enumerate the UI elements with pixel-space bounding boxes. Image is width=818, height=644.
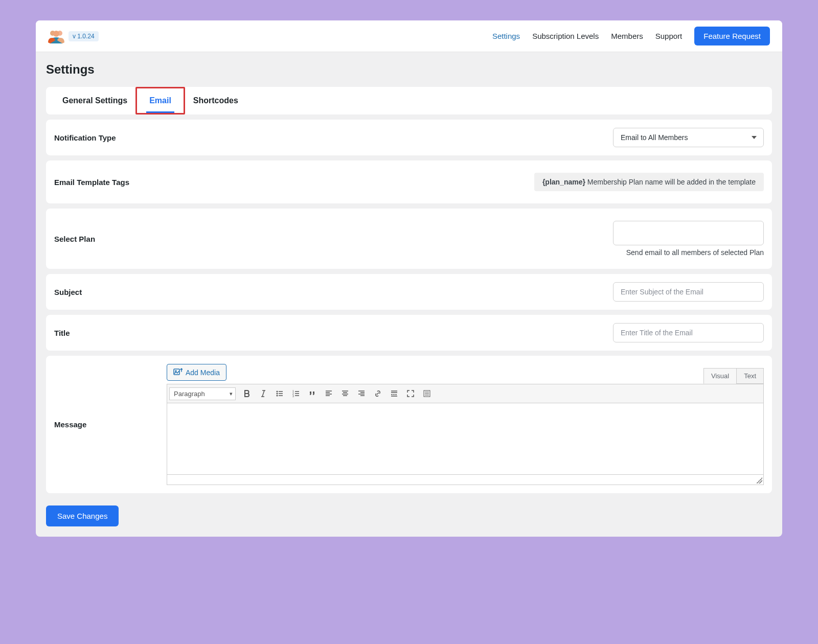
nav-support[interactable]: Support [655,32,683,40]
nav-links: Settings Subscription Levels Members Sup… [492,27,770,45]
template-tag-name: {plan_name} [542,178,585,186]
svg-text:3: 3 [292,395,294,398]
select-plan-label: Select Plan [54,235,95,243]
nav-members[interactable]: Members [611,32,643,40]
link-icon[interactable] [371,386,385,401]
nav-settings[interactable]: Settings [492,32,520,40]
svg-point-2 [53,31,59,37]
notification-type-label: Notification Type [54,133,116,142]
align-center-icon[interactable] [338,386,352,401]
fullscreen-icon[interactable] [403,386,418,401]
paragraph-select-wrapper: Paragraph [169,387,236,400]
top-header: v 1.0.24 Settings Subscription Levels Me… [36,20,782,52]
svg-point-6 [277,393,278,395]
editor-status-bar [167,475,764,485]
numbered-list-icon[interactable]: 123 [289,386,303,401]
title-input[interactable] [613,323,764,342]
template-tag-desc: Membership Plan name will be added in th… [585,178,756,186]
email-template-tags-panel: Email Template Tags {plan_name} Membersh… [46,160,772,203]
tab-email[interactable]: Email [135,87,185,114]
add-media-button[interactable]: Add Media [167,364,226,381]
select-plan-helper: Send email to all members of selected Pl… [626,248,764,257]
notification-type-select[interactable]: Email to All Members [613,128,764,147]
main-content: Settings General Settings Email Shortcod… [36,52,782,537]
toolbar-toggle-icon[interactable] [420,386,434,401]
message-panel: Message Add Media [46,356,772,493]
nav-subscription-levels[interactable]: Subscription Levels [532,32,599,40]
svg-point-4 [175,371,176,372]
title-panel: Title [46,315,772,351]
tab-general-settings[interactable]: General Settings [54,87,135,114]
notification-type-select-wrapper: Email to All Members [613,128,764,147]
app-container: v 1.0.24 Settings Subscription Levels Me… [36,20,782,537]
media-icon [173,367,183,377]
align-right-icon[interactable] [354,386,369,401]
bold-icon[interactable] [240,386,254,401]
feature-request-button[interactable]: Feature Request [694,27,770,45]
quote-icon[interactable] [305,386,320,401]
paragraph-select[interactable]: Paragraph [169,387,236,400]
tab-shortcodes[interactable]: Shortcodes [185,87,246,114]
svg-point-5 [277,391,278,393]
editor-top: Add Media Visual Text [167,364,764,384]
select-plan-right: Send email to all members of selected Pl… [613,221,764,257]
editor-tab-visual[interactable]: Visual [703,368,736,384]
editor-content[interactable] [167,403,764,475]
editor-tab-text[interactable]: Text [736,368,764,384]
editor-toolbar: Paragraph 123 [167,384,764,403]
select-plan-panel: Select Plan Send email to all members of… [46,209,772,269]
email-template-tags-label: Email Template Tags [54,178,129,187]
logo-icon [48,29,64,43]
italic-icon[interactable] [256,386,270,401]
select-plan-input[interactable] [613,221,764,245]
align-left-icon[interactable] [322,386,336,401]
template-tag-box: {plan_name} Membership Plan name will be… [534,173,764,191]
subject-panel: Subject [46,274,772,310]
subject-input[interactable] [613,282,764,302]
bullet-list-icon[interactable] [272,386,287,401]
add-media-label: Add Media [186,369,220,377]
page-title: Settings [46,62,772,77]
title-label: Title [54,329,70,337]
editor-tabs: Visual Text [703,368,764,384]
logo-section: v 1.0.24 [48,29,99,43]
save-changes-button[interactable]: Save Changes [46,505,119,526]
read-more-icon[interactable] [387,386,401,401]
message-label: Message [54,420,86,429]
version-badge: v 1.0.24 [69,31,99,41]
notification-type-panel: Notification Type Email to All Members [46,120,772,155]
tabs-container: General Settings Email Shortcodes [46,87,772,114]
svg-point-7 [277,395,278,397]
editor-area: Add Media Visual Text Paragraph [167,364,764,485]
subject-label: Subject [54,288,82,296]
tabs: General Settings Email Shortcodes [54,87,764,114]
resize-handle-icon[interactable] [756,477,762,484]
